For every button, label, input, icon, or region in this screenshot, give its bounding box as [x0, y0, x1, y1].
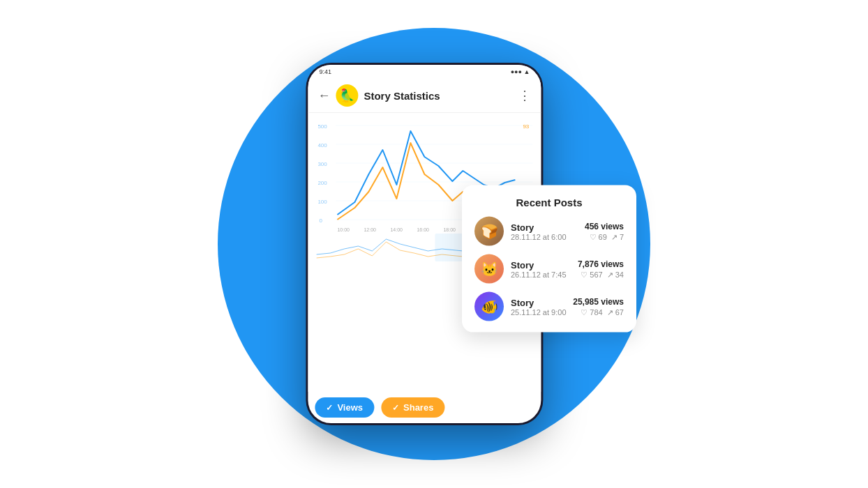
avatar: 🦜: [336, 84, 358, 107]
shares-label: Shares: [403, 402, 433, 413]
back-button[interactable]: ←: [317, 89, 330, 103]
svg-text:18:00: 18:00: [443, 227, 456, 232]
app-title: Story Statistics: [364, 90, 518, 102]
post-views-3: 25,985 views: [573, 296, 624, 306]
post-reactions-3: ♡ 784 ↗ 67: [573, 307, 624, 317]
svg-text:10:00: 10:00: [337, 227, 350, 232]
post-name-2: Story: [511, 259, 578, 270]
post-views-1: 456 views: [585, 221, 624, 231]
post-date-2: 26.11.12 at 7:45: [511, 270, 578, 278]
post-shares-1: ↗ 7: [611, 232, 624, 241]
post-name-1: Story: [511, 222, 585, 232]
post-likes-2: ♡ 567: [581, 270, 602, 279]
views-check-icon: ✓: [326, 403, 333, 413]
post-thumb-2: 🐱: [474, 254, 504, 284]
svg-text:300: 300: [317, 161, 327, 167]
post-info-1: Story 28.11.12 at 6:00: [511, 222, 585, 241]
recent-posts-title: Recent Posts: [474, 197, 624, 208]
more-button[interactable]: ⋮: [518, 88, 531, 103]
shares-filter-button[interactable]: ✓ Shares: [381, 397, 444, 418]
status-bar: 9:41 ●●● ▲: [308, 65, 541, 79]
legend-row: ✓ Views ✓ Shares: [308, 392, 541, 423]
svg-text:93: 93: [523, 123, 529, 130]
post-date-1: 28.11.12 at 6:00: [511, 232, 585, 241]
post-name-3: Story: [511, 297, 573, 307]
post-shares-3: ↗ 67: [607, 307, 624, 317]
post-date-3: 25.11.12 at 9:00: [511, 307, 573, 316]
post-info-3: Story 25.11.12 at 9:00: [511, 297, 573, 316]
post-item-3[interactable]: 🐠 Story 25.11.12 at 9:00 25,985 views ♡ …: [474, 292, 624, 321]
post-stats-2: 7,876 views ♡ 567 ↗ 34: [578, 259, 624, 279]
post-likes-1: ♡ 69: [590, 232, 607, 241]
svg-text:400: 400: [317, 142, 327, 148]
post-shares-2: ↗ 34: [607, 270, 624, 279]
post-likes-3: ♡ 784: [581, 307, 602, 317]
post-item-2[interactable]: 🐱 Story 26.11.12 at 7:45 7,876 views ♡ 5…: [474, 254, 624, 284]
post-views-2: 7,876 views: [578, 259, 624, 268]
post-item-1[interactable]: 🍞 Story 28.11.12 at 6:00 456 views ♡ 69 …: [474, 217, 624, 246]
svg-text:0: 0: [319, 218, 322, 224]
post-thumb-3: 🐠: [474, 292, 504, 321]
svg-text:12:00: 12:00: [364, 227, 376, 232]
svg-text:100: 100: [317, 199, 327, 205]
post-reactions-1: ♡ 69 ↗ 7: [585, 232, 624, 241]
post-stats-3: 25,985 views ♡ 784 ↗ 67: [573, 296, 624, 317]
svg-text:200: 200: [317, 180, 327, 186]
views-label: Views: [337, 402, 363, 413]
post-reactions-2: ♡ 567 ↗ 34: [578, 270, 624, 279]
scene: 9:41 ●●● ▲ ← 🦜 Story Statistics ⋮: [0, 0, 868, 488]
svg-text:500: 500: [317, 123, 327, 130]
svg-text:16:00: 16:00: [417, 227, 429, 232]
post-thumb-1: 🍞: [474, 217, 504, 246]
post-stats-1: 456 views ♡ 69 ↗ 7: [585, 221, 624, 241]
post-info-2: Story 26.11.12 at 7:45: [511, 259, 578, 278]
views-filter-button[interactable]: ✓ Views: [315, 397, 374, 418]
svg-text:14:00: 14:00: [390, 227, 403, 232]
recent-posts-card: Recent Posts 🍞 Story 28.11.12 at 6:00 45…: [462, 185, 636, 333]
app-header: ← 🦜 Story Statistics ⋮: [308, 79, 541, 113]
shares-check-icon: ✓: [392, 403, 399, 413]
